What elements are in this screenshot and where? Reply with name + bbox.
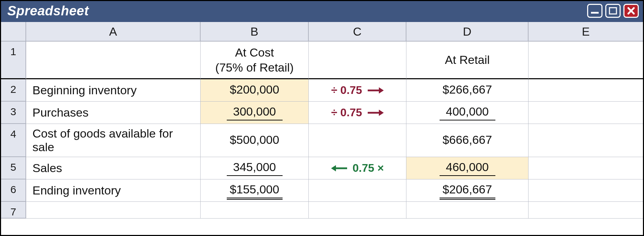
cell-D4[interactable]: $666,667 xyxy=(406,124,529,157)
cell-C2[interactable]: ÷ 0.75 xyxy=(309,79,406,102)
svg-marker-9 xyxy=(331,165,336,171)
cell-E5[interactable] xyxy=(529,157,643,179)
row-header-6[interactable]: 6 xyxy=(1,179,26,202)
cell-C4[interactable] xyxy=(309,124,406,157)
cell-A4[interactable]: Cost of goods available for sale xyxy=(26,124,201,157)
cell-E4[interactable] xyxy=(529,124,643,157)
arrow-right-icon xyxy=(367,109,384,117)
row-header-3[interactable]: 3 xyxy=(1,102,26,124)
cell-A2[interactable]: Beginning inventory xyxy=(26,79,201,102)
arrow-right-icon xyxy=(367,86,384,95)
cell-D1[interactable]: At Retail xyxy=(406,42,529,79)
cell-A7[interactable] xyxy=(26,202,201,219)
op-text: ÷ 0.75 xyxy=(331,84,362,97)
cell-A3[interactable]: Purchases xyxy=(26,102,201,124)
col-header-A[interactable]: A xyxy=(26,22,201,42)
cell-E6[interactable] xyxy=(529,179,643,202)
cell-B1[interactable]: At Cost (75% of Retail) xyxy=(201,42,309,79)
row-label: Cost of goods available for sale xyxy=(32,127,194,154)
titlebar: Spreadsheet xyxy=(1,1,643,22)
row-label: Beginning inventory xyxy=(32,83,137,97)
svg-rect-0 xyxy=(591,12,599,14)
svg-marker-5 xyxy=(379,87,384,94)
cell-C7[interactable] xyxy=(309,202,406,219)
cost-value: $500,000 xyxy=(227,133,283,148)
retail-value: $666,667 xyxy=(440,133,495,148)
header-at-cost-line2: (75% of Retail) xyxy=(215,60,294,75)
row-header-4[interactable]: 4 xyxy=(1,124,26,157)
retail-value: $266,667 xyxy=(440,83,495,98)
op-text: ÷ 0.75 xyxy=(331,106,362,119)
operation-divide: ÷ 0.75 xyxy=(331,106,384,119)
column-headers: A B C D E xyxy=(1,22,643,42)
retail-value: $206,667 xyxy=(440,183,495,198)
retail-value: 400,000 xyxy=(440,105,495,120)
operation-multiply: 0.75 × xyxy=(331,162,384,175)
close-icon xyxy=(627,7,635,15)
spreadsheet-grid: A B C D E 1 At Cost (75% of Retail) At R… xyxy=(1,22,643,235)
row-label: Sales xyxy=(32,161,62,175)
cost-value: 345,000 xyxy=(227,160,283,176)
cell-E1[interactable] xyxy=(529,42,643,79)
close-button[interactable] xyxy=(623,4,639,18)
cell-D7[interactable] xyxy=(406,202,529,219)
row-header-7[interactable]: 7 xyxy=(1,202,26,219)
arrow-left-icon xyxy=(331,164,348,172)
cell-C5[interactable]: 0.75 × xyxy=(309,157,406,179)
cell-B6[interactable]: $155,000 xyxy=(201,179,309,202)
operation-divide: ÷ 0.75 xyxy=(331,84,384,97)
table-row: 5 Sales 345,000 0.75 × 460,000 xyxy=(1,157,643,179)
row-header-1[interactable]: 1 xyxy=(1,42,26,79)
cell-D2[interactable]: $266,667 xyxy=(406,79,529,102)
row-header-2[interactable]: 2 xyxy=(1,79,26,102)
col-header-C[interactable]: C xyxy=(309,22,406,42)
col-header-D[interactable]: D xyxy=(406,22,529,42)
cell-C1[interactable] xyxy=(309,42,406,79)
op-text: 0.75 × xyxy=(353,162,384,175)
table-row: 6 Ending inventory $155,000 $206,667 xyxy=(1,179,643,202)
row-header-5[interactable]: 5 xyxy=(1,157,26,179)
table-row: 4 Cost of goods available for sale $500,… xyxy=(1,124,643,157)
retail-value: 460,000 xyxy=(440,160,495,176)
minimize-icon xyxy=(590,7,599,14)
col-header-E[interactable]: E xyxy=(529,22,643,42)
cost-value: 300,000 xyxy=(227,105,283,120)
window-title: Spreadsheet xyxy=(7,3,89,19)
cell-E7[interactable] xyxy=(529,202,643,219)
cell-E3[interactable] xyxy=(529,102,643,124)
cell-B7[interactable] xyxy=(201,202,309,219)
row-label: Ending inventory xyxy=(32,184,121,197)
window-controls xyxy=(587,4,639,18)
cell-B4[interactable]: $500,000 xyxy=(201,124,309,157)
header-at-retail: At Retail xyxy=(445,52,490,67)
cost-value: $155,000 xyxy=(227,183,283,198)
cell-C3[interactable]: ÷ 0.75 xyxy=(309,102,406,124)
cell-B2[interactable]: $200,000 xyxy=(201,79,309,102)
cell-D5[interactable]: 460,000 xyxy=(406,157,529,179)
cell-C6[interactable] xyxy=(309,179,406,202)
svg-rect-1 xyxy=(609,8,616,14)
table-row: 7 xyxy=(1,202,643,219)
table-row: 1 At Cost (75% of Retail) At Retail xyxy=(1,42,643,79)
col-header-B[interactable]: B xyxy=(201,22,309,42)
cell-D3[interactable]: 400,000 xyxy=(406,102,529,124)
maximize-icon xyxy=(608,7,617,15)
cell-A6[interactable]: Ending inventory xyxy=(26,179,201,202)
cell-B5[interactable]: 345,000 xyxy=(201,157,309,179)
cell-D6[interactable]: $206,667 xyxy=(406,179,529,202)
cost-value: $200,000 xyxy=(227,83,283,98)
header-at-cost-line1: At Cost xyxy=(235,45,274,60)
table-row: 3 Purchases 300,000 ÷ 0.75 400,000 xyxy=(1,102,643,124)
select-all-corner[interactable] xyxy=(1,22,26,42)
spreadsheet-window: Spreadsheet A B xyxy=(0,0,644,236)
maximize-button[interactable] xyxy=(605,4,621,18)
cell-B3[interactable]: 300,000 xyxy=(201,102,309,124)
table-row: 2 Beginning inventory $200,000 ÷ 0.75 $2… xyxy=(1,79,643,102)
row-label: Purchases xyxy=(32,106,89,119)
cell-A5[interactable]: Sales xyxy=(26,157,201,179)
minimize-button[interactable] xyxy=(587,4,602,18)
cell-A1[interactable] xyxy=(26,42,201,79)
svg-marker-7 xyxy=(379,110,384,116)
cell-E2[interactable] xyxy=(529,79,643,102)
